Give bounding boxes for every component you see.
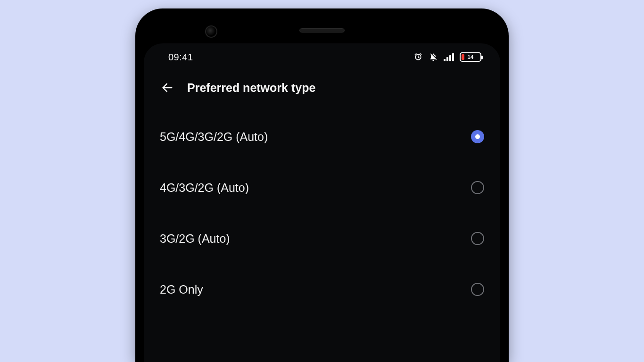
phone-screen: 09:41 14 Preferred n: [144, 43, 500, 362]
option-5g-auto[interactable]: 5G/4G/3G/2G (Auto): [160, 111, 484, 162]
battery-percent: 14: [461, 54, 480, 60]
option-2g-only[interactable]: 2G Only: [160, 264, 484, 315]
option-4g-auto[interactable]: 4G/3G/2G (Auto): [160, 162, 484, 213]
speaker-slot: [299, 28, 345, 33]
status-bar: 09:41 14: [144, 43, 500, 71]
option-label: 3G/2G (Auto): [160, 232, 230, 246]
option-label: 5G/4G/3G/2G (Auto): [160, 130, 268, 144]
option-label: 2G Only: [160, 283, 203, 296]
notifications-off-icon: [429, 52, 438, 62]
alarm-icon: [413, 52, 423, 62]
radio-unselected-icon: [471, 283, 484, 296]
status-icons: 14: [413, 52, 481, 62]
page-title: Preferred network type: [187, 81, 315, 95]
arrow-left-icon: [161, 81, 174, 94]
phone-bezel: [144, 17, 500, 43]
option-label: 4G/3G/2G (Auto): [160, 181, 249, 195]
radio-unselected-icon: [471, 232, 484, 245]
cellular-signal-icon: [444, 53, 454, 61]
option-3g-auto[interactable]: 3G/2G (Auto): [160, 213, 484, 264]
radio-selected-icon: [471, 130, 484, 143]
back-button[interactable]: [160, 80, 175, 95]
app-bar: Preferred network type: [144, 71, 500, 107]
network-type-options: 5G/4G/3G/2G (Auto) 4G/3G/2G (Auto) 3G/2G…: [144, 107, 500, 315]
phone-frame: 09:41 14 Preferred n: [135, 8, 509, 362]
radio-unselected-icon: [471, 181, 484, 194]
status-time: 09:41: [168, 52, 193, 63]
front-camera: [205, 25, 217, 38]
battery-icon: 14: [460, 52, 481, 62]
